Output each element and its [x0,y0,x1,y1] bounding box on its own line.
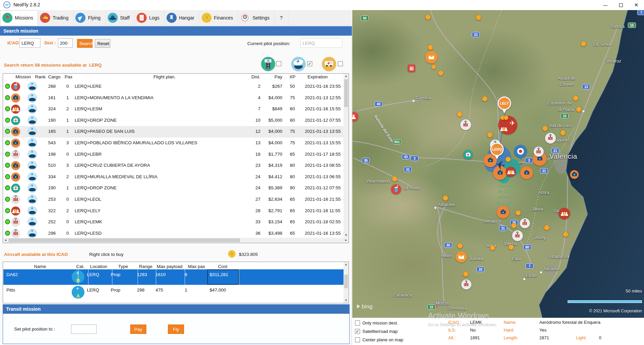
map-option-checkbox[interactable]: ✓ [355,329,360,334]
map-marker-camera[interactable] [570,170,579,179]
tab-trading[interactable]: Trading [38,10,73,25]
aircraft-row[interactable]: DA62BLERQProp128316106$311,281 [3,269,344,285]
map-marker-people[interactable] [559,208,570,219]
dist-cell: 7 [239,106,260,111]
map-marker-mission-dot[interactable] [544,225,549,230]
map-marker-mission-dot[interactable] [392,176,397,182]
map-marker-mission-dot[interactable] [508,244,514,250]
tab-logs[interactable]: Logs [135,10,164,25]
map-marker-mission-dot[interactable] [490,245,495,251]
map-marker-mission-dot[interactable] [581,41,586,46]
map-marker-mission-dot[interactable] [573,95,578,101]
mission-table-hscrollbar[interactable]: ◄ ► [3,238,349,243]
map-marker-mission-dot[interactable] [463,271,468,277]
map-marker-mission-dot[interactable] [457,112,462,117]
map[interactable]: TortosaLa SéniaVinarozAlcalá deChivertTe… [352,10,644,318]
map-marker-cargo[interactable] [534,147,544,157]
restore-button[interactable] [613,0,629,10]
mission-row[interactable]: 510 3 LERQ>CRUZ CUBIERTA DE AYORA 23 $4,… [3,160,344,171]
mission-status-icon [5,152,10,157]
filter-ambulance-checkbox[interactable] [338,61,343,66]
fly-button[interactable]: Fly [168,324,184,334]
search-button[interactable]: Search [77,39,93,48]
map-marker-mission-dot[interactable] [542,126,548,131]
aircraft-row[interactable]: PittsALERQProp2984751$47,000 [3,285,344,300]
map-marker-mission-dot[interactable] [476,15,481,20]
dist-input[interactable] [58,38,73,48]
map-marker-mission-dot[interactable] [443,195,448,201]
map-target-marker[interactable] [514,145,527,158]
map-marker-mission-dot[interactable] [431,65,436,69]
map-marker-mission-dot[interactable] [560,130,566,136]
map-marker-mission-dot[interactable] [511,223,516,228]
map-marker-cargo[interactable] [520,218,530,228]
road-shield: 90 [361,15,369,21]
map-marker-mission-dot[interactable] [428,45,433,50]
map-marker-cargo[interactable] [512,230,523,241]
tab-flying[interactable]: Flying [73,10,105,25]
map-marker-mission-dot[interactable] [563,232,568,237]
map-marker-mission-dot[interactable] [576,107,581,112]
filter-toll-road-icon [261,57,275,71]
map-marker-building[interactable] [408,65,415,72]
filter-airport-checkbox[interactable]: ✓ [307,61,312,66]
map-marker-cargo[interactable] [545,133,556,144]
mission-row[interactable]: 190 1 LERQ>DROP ZONE 10 $5,000 80 2021-0… [3,115,344,126]
aircraft-table-vscrollbar[interactable]: ▲ ▼ [344,262,349,303]
map-marker-mission-dot[interactable] [482,96,488,102]
mission-row[interactable]: 334 2 LERQ>MURALLA MEDIEVAL DE LLÍRIA 24… [3,171,344,183]
tab-settings[interactable]: Settings [238,10,275,25]
close-button[interactable]: ✕ [629,0,644,10]
airport-alt-value: 1891 [470,335,480,340]
filter-toll-road-checkbox[interactable] [276,61,281,66]
mission-row[interactable]: 268 0 LERQ>LERE 2 $267 50 2021-01-16 23:… [3,81,344,92]
minimize-button[interactable]: — [598,0,613,10]
mission-row[interactable]: 253 0 LERQ>LEOL 27 $2,634 65 2021-01-16 … [3,194,344,205]
pay-button[interactable]: Pay [130,324,146,334]
map-marker-camera[interactable] [520,166,533,179]
mission-row[interactable]: 322 2 LERQ>LELY 28 $2,791 65 2021-01-16 … [3,205,344,217]
mission-row[interactable]: 165 1 LERQ>PASEO DE SAN LUIS 12 $4,000 7… [3,126,344,138]
tab-staff[interactable]: Staff [106,10,135,25]
map-marker-mission-dot[interactable] [487,132,493,138]
xp-cell: 90 [286,185,299,190]
map-marker-envelope[interactable] [425,51,438,64]
column-header: Pax [65,74,72,79]
city-label: Alcoy [535,235,546,240]
mission-row[interactable]: 161 1 LERQ>MONUMENTO A LA VENDIMIA 4 $4,… [3,92,344,104]
tab-finances[interactable]: Finances [200,10,238,25]
map-marker-mission-dot[interactable] [438,70,443,76]
rank-icon [28,229,37,238]
map-marker-drink[interactable] [391,184,401,194]
map-marker-camera[interactable] [497,206,509,219]
tab-hangar[interactable]: Hangar [165,10,200,25]
mission-row[interactable]: 543 3 LERQ>POBLADO IBÉRICO AMURALLADO LO… [3,138,344,149]
mission-type-tourist-icon [11,139,20,148]
map-marker-mission-dot[interactable] [504,115,508,120]
map-option-checkbox[interactable] [355,320,360,325]
map-marker-cargo[interactable] [461,279,471,290]
map-marker-people[interactable] [506,167,516,177]
tab-missions[interactable]: Missions [0,10,38,25]
set-pilot-position-input[interactable] [71,324,97,334]
map-marker-mission-dot[interactable] [457,243,463,248]
map-marker-envelope[interactable] [456,251,467,263]
cargo-cell: 324 [48,106,56,111]
mission-row[interactable]: 190 1 LERQ>DROP ZONE 24 $5,389 90 2021-0… [3,183,344,194]
reset-button[interactable]: Reset [95,39,110,48]
mission-table-vscrollbar[interactable]: ▲ ▼ [344,74,349,238]
mission-type-cargo-icon [11,150,20,159]
map-option-checkbox[interactable] [355,337,360,342]
map-marker-mission-dot[interactable] [425,14,431,20]
mission-row[interactable]: 198 0 LERQ>LEBR 18 $1,770 65 2021-01-17 … [3,149,344,160]
map-marker-cargo[interactable] [460,119,471,130]
tab-help[interactable]: ? [275,10,288,25]
map-pin-lely[interactable]: LELY [498,97,511,113]
mission-row[interactable]: 252 0 LERQ>LEMK 33 $3,154 65 2021-01-18 … [3,217,344,228]
mission-row[interactable]: 324 2 LERQ>LESM 7 $849 60 2021-01-16 15:… [3,104,344,115]
pilot-position-input[interactable] [300,38,342,48]
map-marker-medical[interactable] [463,150,473,159]
neofly-window: NF NeoFly 2.8.2 — ✕ MissionsTradingFlyin… [0,0,644,345]
map-marker-mission-dot[interactable] [515,210,521,216]
icao-input[interactable] [20,38,40,48]
